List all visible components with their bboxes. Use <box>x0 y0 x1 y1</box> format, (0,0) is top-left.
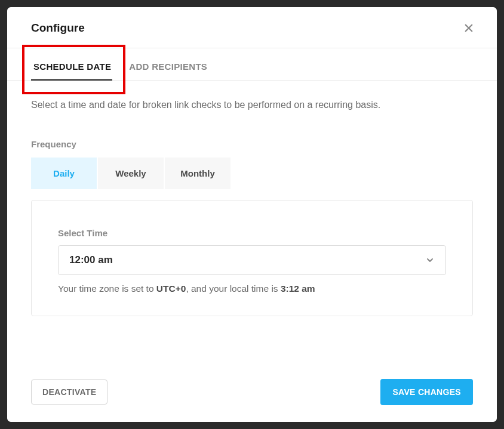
select-time-label: Select Time <box>58 228 446 238</box>
frequency-label: Frequency <box>31 139 473 149</box>
modal-header: Configure <box>7 7 497 48</box>
modal-footer: DEACTIVATE SAVE CHANGES <box>31 357 473 405</box>
local-time-value: 3:12 am <box>281 283 315 294</box>
close-icon <box>463 26 474 35</box>
configure-modal: Configure SCHEDULE DATE ADD RECIPIENTS S… <box>7 7 497 422</box>
chevron-down-icon <box>425 255 435 265</box>
time-settings-panel: Select Time 12:00 am Your time zone is s… <box>31 200 473 316</box>
tab-schedule-date[interactable]: SCHEDULE DATE <box>31 48 113 80</box>
save-changes-button[interactable]: SAVE CHANGES <box>380 379 473 405</box>
modal-body: Select a time and date for broken link c… <box>7 81 497 422</box>
tab-bar: SCHEDULE DATE ADD RECIPIENTS <box>7 48 497 81</box>
tz-prefix: Your time zone is set to <box>58 283 156 294</box>
frequency-weekly-button[interactable]: Weekly <box>98 158 164 189</box>
frequency-daily-button[interactable]: Daily <box>31 158 97 189</box>
time-dropdown[interactable]: 12:00 am <box>58 245 446 275</box>
tab-add-recipients[interactable]: ADD RECIPIENTS <box>127 48 210 80</box>
time-value: 12:00 am <box>69 254 113 266</box>
deactivate-button[interactable]: DEACTIVATE <box>31 379 107 405</box>
timezone-info: Your time zone is set to UTC+0, and your… <box>58 283 446 294</box>
frequency-monthly-button[interactable]: Monthly <box>165 158 231 189</box>
modal-title: Configure <box>31 21 85 35</box>
description-text: Select a time and date for broken link c… <box>31 100 473 110</box>
close-button[interactable] <box>461 20 477 36</box>
tz-middle: , and your local time is <box>186 283 281 294</box>
tz-value: UTC+0 <box>156 283 186 294</box>
frequency-selector: Daily Weekly Monthly <box>31 158 473 189</box>
